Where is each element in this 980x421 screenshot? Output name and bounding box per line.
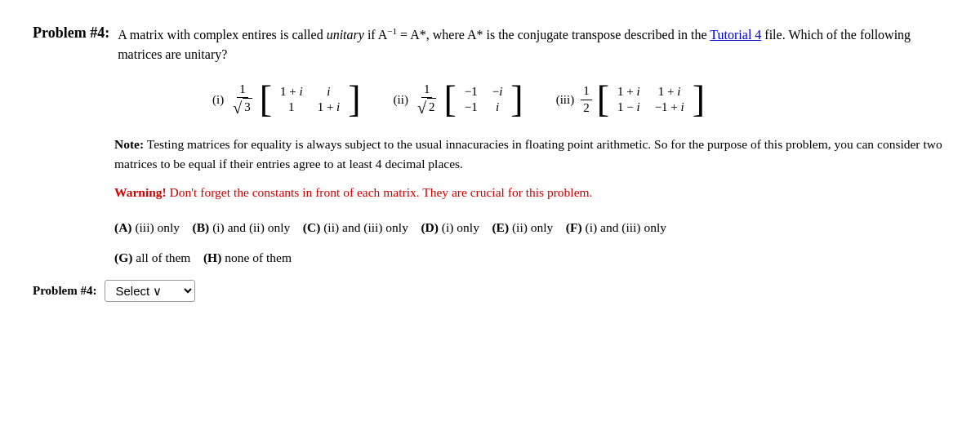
answer-choices-line1: (A) (iii) only (B) (i) and (ii) only (C)…	[114, 215, 947, 240]
select-row: Problem #4: Select ∨ (A) (B) (C) (D) (E)…	[33, 280, 947, 302]
matrix-i-grid: 1 + i i 1 1 + i	[277, 83, 343, 116]
matrix-i-scalar: 1 √3	[230, 82, 254, 118]
answer-select[interactable]: Select ∨ (A) (B) (C) (D) (E) (F) (G) (H)	[105, 280, 195, 302]
select-problem-label: Problem #4:	[33, 284, 96, 298]
tutorial-link[interactable]: Tutorial 4	[710, 28, 761, 42]
warning-section: Warning! Don't forget the constants in f…	[114, 185, 947, 200]
matrix-i-left-bracket: [	[260, 81, 272, 118]
matrix-ii-label: (ii)	[394, 93, 408, 107]
problem-label: Problem #4:	[33, 24, 109, 42]
matrix-iii: (iii) 1 2 [ 1 + i 1 + i 1 − i −1 + i ]	[556, 81, 705, 118]
matrix-iii-scalar: 1 2	[581, 83, 592, 116]
matrix-iii-right-bracket: ]	[693, 81, 705, 118]
matrix-ii-grid: −1 −i −1 i	[461, 83, 506, 116]
answer-choices-line2: (G) all of them (H) none of them	[114, 245, 947, 270]
matrix-ii-scalar: 1 √2	[415, 82, 439, 118]
matrix-i-label: (i)	[212, 93, 224, 107]
matrix-ii-right-bracket: ]	[510, 81, 523, 118]
note-section: Note: Testing matrices for equality is a…	[114, 135, 947, 174]
warning-label: Warning!	[114, 185, 167, 199]
matrix-iii-left-bracket: [	[597, 81, 609, 118]
matrix-iii-grid: 1 + i 1 + i 1 − i −1 + i	[614, 83, 688, 116]
problem-description: A matrix with complex entires is called …	[118, 24, 947, 64]
matrix-ii: (ii) 1 √2 [ −1 −i −1 i ]	[394, 81, 523, 118]
matrices-row: (i) 1 √3 [ 1 + i i 1 1 + i ] (ii)	[212, 81, 947, 118]
matrix-i: (i) 1 √3 [ 1 + i i 1 1 + i ]	[212, 81, 361, 118]
note-label: Note:	[114, 137, 144, 151]
matrix-i-right-bracket: ]	[348, 81, 360, 118]
matrix-iii-label: (iii)	[556, 93, 575, 107]
matrix-ii-left-bracket: [	[443, 81, 456, 118]
